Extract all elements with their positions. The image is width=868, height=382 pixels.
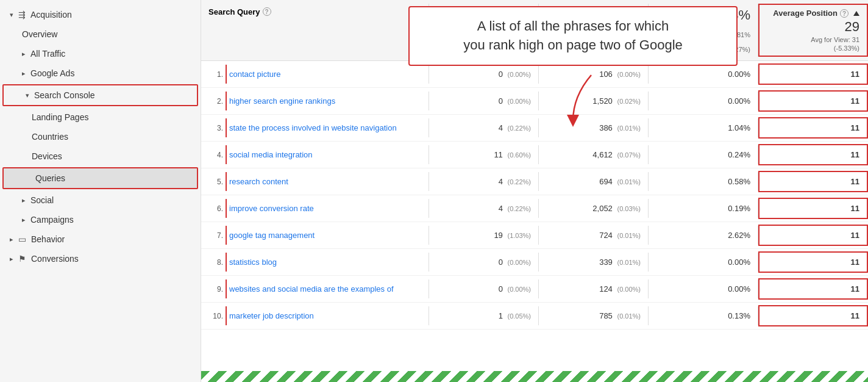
table-row: 2. higher search engine rankings 0 (0.00… bbox=[201, 88, 868, 115]
sessions-pct: (0.22%) bbox=[507, 205, 531, 212]
sidebar-item-label: Landing Pages bbox=[32, 112, 88, 122]
sidebar-item-landing-pages[interactable]: Landing Pages bbox=[0, 107, 201, 127]
chevron-right-icon: ▸ bbox=[22, 50, 26, 58]
sidebar-item-label: Conversions bbox=[31, 254, 79, 264]
row-number: 3. bbox=[201, 124, 226, 132]
sidebar-item-overview[interactable]: Overview bbox=[0, 24, 201, 44]
sessions-cell: 0 (0.00%) bbox=[429, 279, 539, 298]
row-number: 10. bbox=[201, 312, 226, 320]
chevron-down-icon: ▾ bbox=[26, 92, 29, 99]
impressions-pct: (0.01%) bbox=[617, 178, 641, 186]
avg-pos-cell: 11 bbox=[758, 117, 868, 139]
avg-pos-cell: 11 bbox=[758, 278, 868, 300]
avg-position-label: Average Position bbox=[773, 9, 838, 18]
avg-position-help-icon[interactable]: ? bbox=[840, 9, 848, 18]
sidebar-item-countries[interactable]: Countries bbox=[0, 127, 201, 146]
sessions-cell: 1 (0.05%) bbox=[429, 306, 539, 325]
ctr-cell: 0.00% bbox=[649, 65, 758, 84]
impressions-cell: 694 (0.01%) bbox=[539, 172, 649, 191]
callout-box: A list of all the phrases for whichyou r… bbox=[408, 6, 738, 66]
sidebar-item-behavior[interactable]: ▸ ▭ Behavior bbox=[0, 229, 201, 249]
row-number: 4. bbox=[201, 151, 226, 159]
search-query-help-icon[interactable]: ? bbox=[263, 7, 271, 16]
ctr-cell: 0.00% bbox=[649, 253, 758, 272]
sidebar-item-acquisition[interactable]: ▾ ⇶ Acquisition bbox=[0, 5, 201, 24]
sessions-pct: (0.60%) bbox=[507, 151, 531, 159]
main-content: A list of all the phrases for whichyou r… bbox=[201, 0, 868, 382]
avg-position-sub-abs: (-5.33%) bbox=[767, 45, 859, 52]
sessions-pct: (0.00%) bbox=[507, 259, 531, 266]
avg-pos-cell: 11 bbox=[758, 90, 868, 112]
sessions-pct: (0.00%) bbox=[507, 286, 531, 293]
col-search-query-header[interactable]: Search Query ? bbox=[201, 4, 429, 57]
impressions-pct: (0.01%) bbox=[617, 312, 641, 320]
sidebar-item-label: Queries bbox=[35, 173, 65, 183]
impressions-cell: 2,052 (0.03%) bbox=[539, 199, 649, 218]
impressions-pct: (0.01%) bbox=[617, 259, 641, 266]
row-number: 7. bbox=[201, 231, 226, 240]
query-cell[interactable]: google tag management bbox=[226, 226, 429, 245]
sessions-cell: 4 (0.22%) bbox=[429, 118, 539, 137]
query-cell[interactable]: state the process involved in website na… bbox=[226, 118, 429, 137]
sidebar-item-queries[interactable]: Queries bbox=[2, 167, 198, 189]
row-number: 1. bbox=[201, 70, 226, 79]
sidebar-item-devices[interactable]: Devices bbox=[0, 146, 201, 166]
sessions-cell: 0 (0.00%) bbox=[429, 92, 539, 110]
impressions-cell: 339 (0.01%) bbox=[539, 253, 649, 272]
sidebar-item-conversions[interactable]: ▸ ⚑ Conversions bbox=[0, 249, 201, 268]
ctr-cell: 0.58% bbox=[649, 172, 758, 191]
impressions-cell: 4,612 (0.07%) bbox=[539, 145, 649, 164]
sidebar-item-google-ads[interactable]: ▸ Google Ads bbox=[0, 63, 201, 83]
sidebar-item-social[interactable]: ▸ Social bbox=[0, 190, 201, 210]
query-cell[interactable]: websites and social media are the exampl… bbox=[226, 279, 429, 298]
avg-pos-cell: 11 bbox=[758, 251, 868, 273]
sidebar-item-label: Behavior bbox=[31, 234, 65, 244]
ctr-cell: 0.24% bbox=[649, 145, 758, 164]
ctr-cell: 0.00% bbox=[649, 92, 758, 110]
sidebar-item-label: All Traffic bbox=[30, 49, 65, 59]
ctr-cell: 1.04% bbox=[649, 118, 758, 137]
sidebar-item-label: Acquisition bbox=[30, 10, 72, 20]
row-number: 2. bbox=[201, 97, 226, 106]
callout-arrow-icon bbox=[561, 72, 622, 133]
chevron-right-icon: ▸ bbox=[10, 255, 13, 263]
sessions-cell: 4 (0.22%) bbox=[429, 199, 539, 218]
flag-icon: ⚑ bbox=[18, 254, 26, 264]
sessions-pct: (0.22%) bbox=[507, 124, 531, 132]
chevron-down-icon: ▾ bbox=[10, 11, 13, 19]
avg-position-sub-pct: Avg for View: 31 bbox=[767, 36, 859, 43]
table-row: 8. statistics blog 0 (0.00%) 339 (0.01%)… bbox=[201, 249, 868, 276]
col-avg-position-header[interactable]: Average Position ? 29 Avg for View: 31 (… bbox=[758, 4, 868, 57]
sidebar-item-search-console[interactable]: ▾ Search Console bbox=[2, 84, 198, 106]
table-row: 6. improve conversion rate 4 (0.22%) 2,0… bbox=[201, 195, 868, 222]
avg-pos-cell: 11 bbox=[758, 144, 868, 165]
chevron-right-icon: ▸ bbox=[10, 236, 13, 243]
impressions-cell: 785 (0.01%) bbox=[539, 306, 649, 325]
sessions-pct: (0.05%) bbox=[507, 312, 531, 320]
sidebar-item-label: Campaigns bbox=[30, 215, 74, 225]
avg-pos-cell: 11 bbox=[758, 63, 868, 85]
query-cell[interactable]: improve conversion rate bbox=[226, 199, 429, 218]
avg-position-total: 29 bbox=[767, 19, 859, 35]
row-number: 8. bbox=[201, 258, 226, 267]
query-cell[interactable]: social media integration bbox=[226, 145, 429, 164]
sidebar-item-label: Countries bbox=[32, 132, 68, 142]
query-cell[interactable]: research content bbox=[226, 172, 429, 191]
table-row: 7. google tag management 19 (1.03%) 724 … bbox=[201, 222, 868, 249]
query-cell[interactable]: higher search engine rankings bbox=[226, 92, 429, 110]
sessions-cell: 19 (1.03%) bbox=[429, 226, 539, 245]
query-cell[interactable]: marketer job description bbox=[226, 306, 429, 325]
acquisition-icon: ⇶ bbox=[18, 10, 26, 20]
query-cell[interactable]: statistics blog bbox=[226, 253, 429, 272]
query-cell[interactable]: contact picture bbox=[226, 65, 429, 84]
sidebar-item-label: Devices bbox=[32, 151, 62, 161]
ctr-cell: 0.00% bbox=[649, 279, 758, 298]
sessions-cell: 11 (0.60%) bbox=[429, 145, 539, 164]
sort-ascending-icon[interactable] bbox=[853, 11, 859, 16]
sidebar-item-all-traffic[interactable]: ▸ All Traffic bbox=[0, 44, 201, 63]
impressions-cell: 124 (0.00%) bbox=[539, 279, 649, 298]
sessions-pct: (1.03%) bbox=[507, 232, 531, 239]
sidebar-item-label: Social bbox=[30, 195, 54, 205]
sidebar-item-campaigns[interactable]: ▸ Campaigns bbox=[0, 210, 201, 229]
row-number: 6. bbox=[201, 204, 226, 213]
